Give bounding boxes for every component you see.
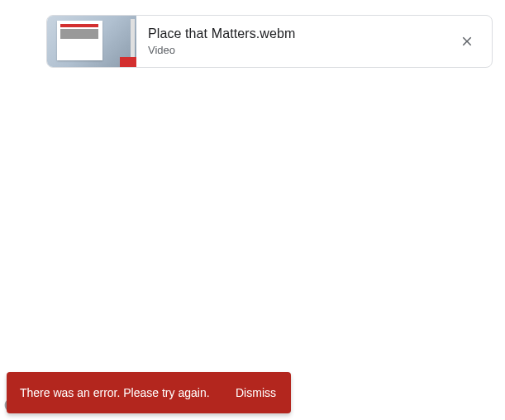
- file-title: Place that Matters.webm: [148, 25, 449, 43]
- file-info: Place that Matters.webm Video: [136, 25, 449, 58]
- file-type-label: Video: [148, 43, 449, 58]
- video-thumbnail: [47, 16, 136, 67]
- file-attachment-card[interactable]: Place that Matters.webm Video: [46, 15, 493, 68]
- dismiss-button[interactable]: Dismiss: [227, 379, 284, 406]
- close-icon: [460, 34, 474, 49]
- error-message: There was an error. Please try again.: [20, 386, 227, 399]
- remove-file-button[interactable]: [449, 23, 485, 60]
- error-snackbar: There was an error. Please try again. Di…: [7, 372, 291, 413]
